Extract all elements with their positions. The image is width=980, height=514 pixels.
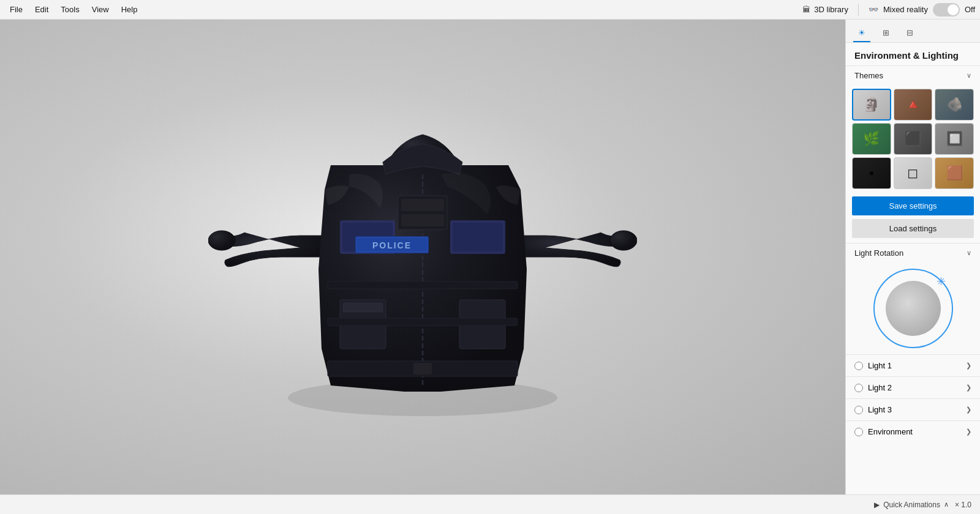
svg-point-1 [208, 231, 235, 250]
tab-grid1[interactable]: ⊞ [878, 24, 894, 42]
svg-rect-15 [401, 199, 444, 211]
light-3-label: Light 3 [868, 405, 892, 414]
theme-6-shape: 🔲 [946, 131, 963, 147]
themes-section-header[interactable]: Themes ∨ [846, 65, 980, 85]
theme-3[interactable]: 🪨 [935, 89, 974, 121]
theme-4-shape: 🌿 [863, 131, 880, 147]
light-3-radio[interactable] [854, 406, 863, 414]
load-settings-button[interactable]: Load settings [852, 219, 974, 238]
light-rotation-section-header[interactable]: Light Rotation ∨ [846, 243, 980, 263]
panel-tabs: ☀ ⊞ ⊟ [846, 20, 980, 43]
svg-rect-16 [401, 214, 444, 226]
light-rotation-dial[interactable]: ✳ [873, 269, 953, 348]
menu-file[interactable]: File [5, 2, 28, 17]
quick-animations-label: Quick Animations [883, 501, 940, 509]
menu-edit[interactable]: Edit [30, 2, 53, 17]
zoom-value: × 1.0 [955, 501, 971, 509]
tab-grid2[interactable]: ⊟ [902, 24, 918, 42]
mixed-reality-toggle[interactable] [933, 3, 960, 17]
toggle-state-label: Off [965, 5, 975, 14]
mixed-reality-label: Mixed reality [883, 5, 928, 14]
panel-scroll: Environment & Lighting Themes ∨ 🗿 🔺 🪨 🌿 [846, 43, 980, 494]
light-rotation-label: Light Rotation [854, 248, 903, 258]
light-2-label: Light 2 [868, 383, 892, 392]
menu-tools[interactable]: Tools [56, 2, 84, 17]
quick-animations-control[interactable]: ▶ Quick Animations ∧ [874, 501, 949, 509]
library-button[interactable]: 🏛 3D library [802, 5, 848, 14]
titlebar: File Edit Tools View Help 🏛 3D library 👓… [0, 0, 980, 20]
environment-radio[interactable] [854, 428, 863, 436]
save-settings-button[interactable]: Save settings [852, 196, 974, 215]
svg-rect-12 [343, 303, 383, 312]
viewport[interactable]: POLICE [0, 20, 845, 494]
themes-grid: 🗿 🔺 🪨 🌿 ⬛ 🔲 ▪ [846, 85, 980, 193]
svg-rect-6 [452, 222, 503, 252]
environment-chevron: ❯ [966, 428, 971, 436]
light-rotation-container: ✳ [846, 263, 980, 354]
theme-8-shape: ◻ [907, 165, 918, 181]
main-content: POLICE [0, 20, 980, 494]
jacket-model: POLICE [208, 55, 637, 422]
light-1-radio[interactable] [854, 362, 863, 370]
dial-inner [886, 281, 941, 336]
light-rotation-chevron: ∨ [967, 249, 971, 257]
light-1-left: Light 1 [854, 361, 892, 370]
theme-1[interactable]: 🗿 [852, 89, 891, 121]
themes-chevron: ∨ [967, 72, 971, 80]
theme-7[interactable]: ▪ [852, 157, 891, 189]
light-3-left: Light 3 [854, 405, 892, 414]
menu-bar: File Edit Tools View Help [5, 2, 142, 17]
quick-animations-chevron: ∧ [944, 501, 949, 508]
theme-2[interactable]: 🔺 [894, 89, 933, 121]
sun-icon: ✳ [937, 275, 946, 288]
bottom-bar: ▶ Quick Animations ∧ × 1.0 [0, 494, 980, 514]
light-1-label: Light 1 [868, 361, 892, 370]
mixed-reality-icon: 👓 [869, 5, 878, 14]
theme-9[interactable]: 🟫 [935, 157, 974, 189]
theme-9-shape: 🟫 [946, 165, 963, 181]
light-2-radio[interactable] [854, 384, 863, 392]
theme-5-shape: ⬛ [905, 131, 921, 147]
theme-4[interactable]: 🌿 [852, 123, 891, 155]
quick-animations-icon: ▶ [874, 501, 880, 509]
theme-6[interactable]: 🔲 [935, 123, 974, 155]
svg-rect-20 [328, 318, 518, 326]
panel-title: Environment & Lighting [846, 43, 980, 65]
separator [858, 4, 859, 16]
menu-help[interactable]: Help [116, 2, 143, 17]
environment-label: Environment [868, 427, 913, 436]
theme-3-shape: 🪨 [946, 97, 963, 113]
right-panel: ☀ ⊞ ⊟ Environment & Lighting Themes ∨ 🗿 … [845, 20, 980, 494]
environment-left: Environment [854, 427, 913, 436]
tab-lighting[interactable]: ☀ [853, 24, 870, 42]
light-1-chevron: ❯ [966, 362, 971, 370]
light-2-left: Light 2 [854, 383, 892, 392]
theme-8[interactable]: ◻ [894, 157, 933, 189]
light-1-item[interactable]: Light 1 ❯ [846, 354, 980, 376]
library-label: 3D library [814, 5, 848, 14]
toggle-knob [948, 4, 959, 15]
theme-7-shape: ▪ [869, 165, 874, 181]
environment-item[interactable]: Environment ❯ [846, 420, 980, 442]
library-icon: 🏛 [802, 5, 810, 14]
light-3-item[interactable]: Light 3 ❯ [846, 398, 980, 420]
svg-point-2 [610, 231, 637, 250]
theme-2-shape: 🔺 [905, 97, 921, 113]
mixed-reality-control: 👓 Mixed reality Off [869, 3, 975, 17]
svg-rect-19 [328, 281, 518, 289]
titlebar-right: 🏛 3D library 👓 Mixed reality Off [802, 3, 975, 17]
theme-1-shape: 🗿 [863, 97, 880, 113]
themes-label: Themes [854, 71, 883, 80]
theme-5[interactable]: ⬛ [894, 123, 933, 155]
menu-view[interactable]: View [87, 2, 114, 17]
light-2-chevron: ❯ [966, 384, 971, 392]
light-2-item[interactable]: Light 2 ❯ [846, 376, 980, 398]
light-3-chevron: ❯ [966, 406, 971, 414]
svg-text:POLICE: POLICE [372, 240, 412, 250]
svg-rect-18 [413, 363, 432, 374]
